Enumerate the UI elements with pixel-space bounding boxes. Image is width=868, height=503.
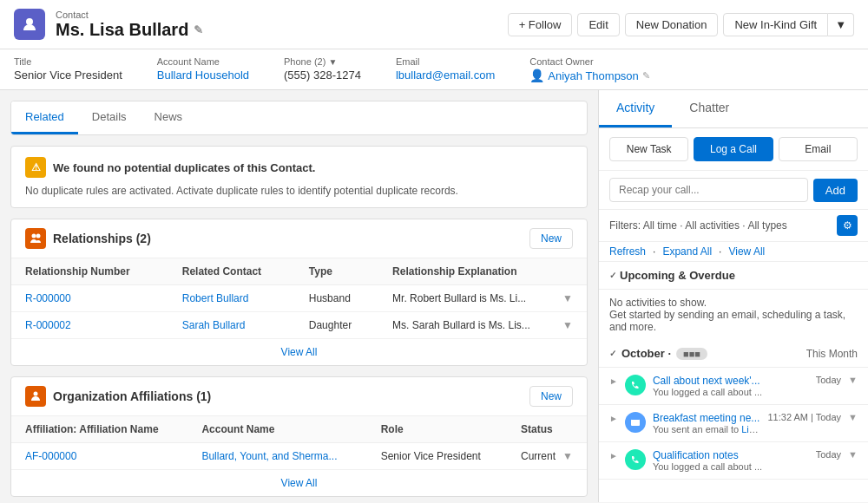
table-row: R-000000 Robert Bullard Husband Mr. Robe… <box>11 285 587 312</box>
activity-expand-2[interactable]: ► <box>609 449 618 461</box>
gear-icon[interactable]: ⚙ <box>837 215 858 236</box>
info-email: Email lbullard@email.com <box>396 56 495 82</box>
owner-label: Contact Owner <box>529 56 650 67</box>
contact-info: Contact Ms. Lisa Bullard ✎ <box>56 10 203 40</box>
month-header: ✓ October · ■■■ This Month <box>599 340 868 368</box>
affiliations-title: Organization Affiliations (1) <box>25 386 211 407</box>
rel-number-1[interactable]: R-000002 <box>25 319 71 331</box>
aff-role-0: Senior Vice President <box>367 443 507 470</box>
affiliations-table: Affiliation: Affiliation Name Account Na… <box>11 416 587 496</box>
no-activities-text: No activities to show. Get started by se… <box>599 290 868 340</box>
tab-details[interactable]: Details <box>78 101 141 134</box>
activity-dropdown-2[interactable]: ▼ <box>848 449 858 460</box>
relationships-new-button[interactable]: New <box>529 228 573 249</box>
new-task-button[interactable]: New Task <box>609 137 688 161</box>
expand-all-link[interactable]: Expand All <box>662 245 712 258</box>
account-label: Account Name <box>157 56 249 67</box>
tab-related[interactable]: Related <box>11 101 78 134</box>
activity-title-1[interactable]: Breakfast meeting ne... <box>653 412 761 424</box>
table-row: R-000002 Sarah Bullard Daughter Ms. Sara… <box>11 312 587 339</box>
relationships-title-text: Relationships (2) <box>53 232 151 245</box>
new-in-kind-group: New In-Kind Gift ▼ <box>723 13 854 36</box>
activity-content: ✓ Upcoming & Overdue No activities to sh… <box>599 262 868 502</box>
rel-number-0[interactable]: R-000000 <box>25 292 71 304</box>
account-link[interactable]: Bullard Household <box>157 69 249 82</box>
add-button[interactable]: Add <box>813 179 858 202</box>
relationships-view-all[interactable]: View All <box>281 346 318 358</box>
follow-button[interactable]: + Follow <box>508 13 573 36</box>
month-left: ✓ October · ■■■ <box>609 347 707 360</box>
email-link[interactable]: lbullard@email.com <box>396 69 495 82</box>
aff-number-0[interactable]: AF-000000 <box>25 450 76 462</box>
main-content: Related Details News ⚠ We found no poten… <box>0 90 868 502</box>
rel-type-0: Husband <box>295 285 378 312</box>
new-in-kind-button[interactable]: New In-Kind Gift <box>723 13 828 36</box>
page-header: Contact Ms. Lisa Bullard ✎ + Follow Edit… <box>0 0 868 49</box>
affiliations-header: Organization Affiliations (1) New <box>11 377 587 416</box>
affiliations-title-text: Organization Affiliations (1) <box>53 389 211 403</box>
email-icon-1 <box>625 412 646 433</box>
activity-title-2[interactable]: Qualification notes <box>653 449 809 461</box>
notice-header: ⚠ We found no potential duplicates of th… <box>25 157 573 178</box>
activity-dropdown-1[interactable]: ▼ <box>848 412 858 422</box>
col-aff-role: Role <box>367 416 507 443</box>
owner-link[interactable]: Aniyah Thompson <box>548 69 639 82</box>
tab-news[interactable]: News <box>141 101 197 134</box>
col-rel-explanation: Relationship Explanation <box>378 258 587 285</box>
activity-time-0: Today <box>816 375 841 385</box>
activity-details-2: Qualification notes You logged a call ab… <box>653 449 809 472</box>
activity-sub-0: You logged a call about ... <box>653 387 809 397</box>
activity-expand-1[interactable]: ► <box>609 412 618 423</box>
relationships-title: Relationships (2) <box>25 228 151 249</box>
call-icon-0 <box>625 375 646 395</box>
tab-chatter[interactable]: Chatter <box>672 90 746 127</box>
notice-body: No duplicate rules are activated. Activa… <box>25 185 573 197</box>
notice-title: We found no potential duplicates of this… <box>53 161 315 174</box>
new-donation-button[interactable]: New Donation <box>625 13 719 36</box>
svg-point-2 <box>36 234 41 238</box>
right-tabs: Activity Chatter <box>599 90 868 128</box>
relationships-header: Relationships (2) New <box>11 219 587 258</box>
edit-button[interactable]: Edit <box>577 13 619 36</box>
call-icon-2 <box>625 449 646 470</box>
email-label: Email <box>396 56 495 67</box>
svg-point-0 <box>26 18 33 25</box>
rel-contact-0[interactable]: Robert Bullard <box>182 292 249 304</box>
activity-buttons: New Task Log a Call Email <box>599 128 868 171</box>
recap-input[interactable] <box>609 178 808 202</box>
row-dropdown-1[interactable]: ▼ <box>562 319 573 331</box>
rel-contact-1[interactable]: Sarah Bullard <box>182 319 246 331</box>
filters-row: Filters: All time · All activities · All… <box>599 210 868 242</box>
aff-status-0: Current ▼ <box>507 443 587 470</box>
activity-title-0[interactable]: Call about next week'... <box>653 375 809 387</box>
relationships-table: Relationship Number Related Contact Type… <box>11 258 587 365</box>
info-title: Title Senior Vice President <box>14 56 122 82</box>
activity-sub-2: You logged a call about ... <box>653 461 809 472</box>
affiliations-view-all[interactable]: View All <box>281 477 318 489</box>
view-all-link[interactable]: View All <box>728 245 765 258</box>
row-dropdown-0[interactable]: ▼ <box>562 292 573 304</box>
left-tabs: Related Details News <box>10 101 588 135</box>
email-button[interactable]: Email <box>779 137 858 161</box>
aff-dropdown-0[interactable]: ▼ <box>562 450 573 462</box>
rel-type-1: Daughter <box>295 312 378 339</box>
activity-item-1: ► Breakfast meeting ne... You sent an em… <box>599 405 868 442</box>
activity-sub-link-1[interactable]: Lisa Bullard <box>741 424 760 434</box>
info-phone: Phone (2) ▼ (555) 328-1274 <box>284 56 361 82</box>
tab-activity[interactable]: Activity <box>599 90 672 127</box>
affiliations-new-button[interactable]: New <box>529 386 573 407</box>
activity-sub-1: You sent an email to Lisa Bullard <box>653 424 761 434</box>
activity-expand-0[interactable]: ► <box>609 375 618 386</box>
rel-explanation-0: Mr. Robert Bullard is Ms. Li... ▼ <box>378 285 587 312</box>
header-dropdown-button[interactable]: ▼ <box>828 13 854 36</box>
contact-edit-icon[interactable]: ✎ <box>194 23 203 36</box>
activity-dropdown-0[interactable]: ▼ <box>848 375 858 385</box>
upcoming-chevron[interactable]: ✓ <box>609 271 616 280</box>
refresh-link[interactable]: Refresh <box>609 245 646 258</box>
phone-value: (555) 328-1274 <box>284 69 361 82</box>
aff-account-0[interactable]: Bullard, Yount, and Sherma... <box>201 450 337 462</box>
recap-row: Add <box>599 171 868 210</box>
log-call-button[interactable]: Log a Call <box>694 137 773 161</box>
month-chevron[interactable]: ✓ <box>609 349 616 358</box>
relationships-view-all-row: View All <box>11 339 587 366</box>
